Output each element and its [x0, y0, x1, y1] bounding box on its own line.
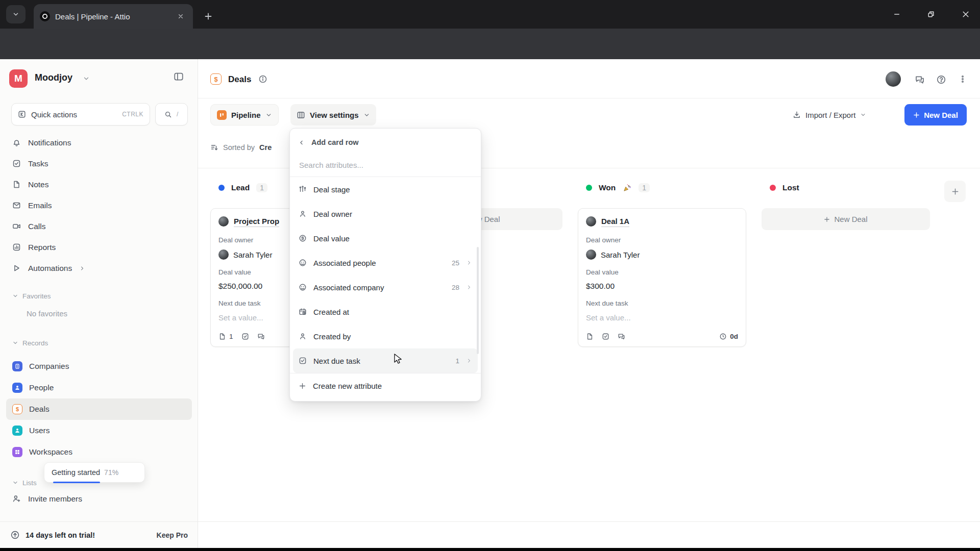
- chevron-down-icon: [12, 480, 18, 486]
- collapse-sidebar-icon[interactable]: [174, 71, 184, 82]
- search-attributes-input[interactable]: Search attributes...: [293, 153, 478, 177]
- user-avatar[interactable]: [886, 71, 901, 87]
- menu-item-next-due-task[interactable]: Next due task 1: [293, 348, 478, 373]
- sidebar-item-workspaces[interactable]: Workspaces: [6, 441, 192, 463]
- chevron-left-icon: [298, 139, 305, 146]
- comment-icon[interactable]: [618, 333, 625, 340]
- owner-avatar: [586, 249, 596, 260]
- workspace-chevron-icon[interactable]: [83, 75, 90, 82]
- deal-value[interactable]: $300.00: [586, 282, 738, 291]
- invite-members-button[interactable]: Invite members: [0, 488, 198, 509]
- lists-header[interactable]: Lists: [0, 477, 49, 489]
- workspace-logo[interactable]: M: [9, 69, 28, 88]
- tab-title: Deals | Pipeline - Attio: [55, 12, 175, 21]
- menu-item-created-at[interactable]: Created at: [293, 299, 478, 324]
- window-minimize-button[interactable]: [889, 7, 904, 21]
- records-list: Companies People $ Deals Users: [0, 356, 198, 463]
- chevron-right-icon: [466, 284, 472, 290]
- column-header-lead[interactable]: Lead 1: [218, 181, 267, 195]
- browser-tab[interactable]: Deals | Pipeline - Attio: [34, 4, 193, 29]
- sidebar-item-people[interactable]: People: [6, 377, 192, 398]
- mail-icon: [12, 201, 21, 210]
- task-check-icon[interactable]: [241, 333, 249, 340]
- owner-name[interactable]: Sarah Tyler: [601, 251, 640, 259]
- sidebar-item-reports[interactable]: Reports: [0, 237, 198, 258]
- keep-pro-button[interactable]: Keep Pro: [157, 531, 188, 539]
- sidebar-item-companies[interactable]: Companies: [6, 356, 192, 377]
- deal-title-link[interactable]: Deal 1A: [601, 216, 629, 227]
- trial-label: 14 days left on trial!: [26, 531, 151, 539]
- getting-started-progress-bar: [53, 482, 100, 483]
- won-status-dot: [586, 185, 592, 191]
- workspace-name[interactable]: Moodjoy: [35, 72, 72, 83]
- people-icon: [12, 383, 22, 393]
- chevron-down-icon: [12, 340, 18, 346]
- sidebar-item-notifications[interactable]: Notifications: [0, 132, 198, 153]
- note-icon[interactable]: [218, 333, 226, 340]
- view-switcher-pipeline[interactable]: Pipeline: [210, 104, 279, 126]
- lead-count-badge: 1: [256, 183, 267, 192]
- tab-close-icon[interactable]: [175, 10, 187, 22]
- column-header-won[interactable]: Won 1: [586, 181, 650, 195]
- favorites-header[interactable]: Favorites: [0, 290, 63, 302]
- add-column-button[interactable]: [944, 181, 966, 202]
- bell-icon: [12, 138, 21, 147]
- menu-scrollbar[interactable]: [477, 247, 479, 354]
- sort-control[interactable]: Sorted by Cre: [210, 143, 272, 152]
- new-tab-button[interactable]: [200, 8, 216, 24]
- clock-icon: [719, 333, 727, 340]
- sidebar-item-emails[interactable]: Emails: [0, 195, 198, 216]
- help-icon[interactable]: [936, 74, 946, 85]
- deal-card-1a[interactable]: Deal 1A Deal owner Sarah Tyler Deal valu…: [578, 208, 746, 347]
- task-check-icon[interactable]: [602, 333, 609, 340]
- menu-item-deal-value[interactable]: Deal value: [293, 226, 478, 251]
- favorites-empty-label: No favorites: [0, 309, 80, 318]
- menu-item-associated-company[interactable]: Associated company 28: [293, 275, 478, 299]
- sidebar-item-automations[interactable]: Automations: [0, 258, 198, 279]
- note-icon[interactable]: [586, 333, 594, 340]
- plus-icon: [913, 112, 920, 118]
- menu-item-associated-people[interactable]: Associated people 25: [293, 251, 478, 275]
- lost-status-dot: [770, 185, 776, 191]
- view-settings-button[interactable]: View settings: [290, 104, 376, 126]
- bar-chart-icon: [12, 243, 21, 252]
- deal-title-link[interactable]: Project Prop: [234, 216, 279, 227]
- person-icon: [299, 210, 307, 218]
- chat-icon[interactable]: [915, 74, 925, 85]
- sidebar-item-deals[interactable]: $ Deals: [6, 398, 192, 420]
- sidebar-item-calls[interactable]: Calls: [0, 216, 198, 237]
- new-deal-button[interactable]: New Deal: [904, 104, 967, 126]
- import-export-button[interactable]: Import / Export: [793, 104, 866, 126]
- sidebar-item-users[interactable]: Users: [6, 420, 192, 441]
- person-plus-icon: [12, 494, 21, 503]
- comment-icon[interactable]: [257, 333, 265, 340]
- more-options-icon[interactable]: [959, 75, 967, 83]
- owner-name[interactable]: Sarah Tyler: [233, 251, 272, 259]
- set-value-placeholder[interactable]: Set a value...: [586, 313, 738, 322]
- quick-actions-button[interactable]: Quick actions CTRLK: [11, 103, 150, 126]
- window-restore-button[interactable]: [923, 7, 939, 21]
- board-footer: + Add calculation + Add calculation + Ad…: [198, 521, 980, 548]
- menu-back-row[interactable]: Add card row: [293, 132, 478, 153]
- sidebar-item-tasks[interactable]: Tasks: [0, 153, 198, 174]
- tab-search-button[interactable]: [6, 5, 26, 23]
- column-header-lost[interactable]: Lost: [770, 181, 799, 195]
- window-close-button[interactable]: [958, 7, 973, 21]
- records-header[interactable]: Records: [0, 337, 60, 349]
- menu-item-create-new-attribute[interactable]: Create new attribute: [293, 373, 478, 398]
- new-deal-ghost-button[interactable]: New Deal: [762, 208, 930, 230]
- chevron-down-icon: [265, 112, 272, 118]
- menu-item-deal-owner[interactable]: Deal owner: [293, 202, 478, 226]
- note-count: 1: [229, 333, 233, 340]
- info-icon[interactable]: [258, 74, 267, 84]
- sidebar-nav: Notifications Tasks Notes Emails Calls: [0, 132, 198, 279]
- associated-people-icon: [299, 259, 307, 267]
- getting-started-tooltip[interactable]: Getting started 71%: [44, 462, 145, 483]
- menu-item-created-by[interactable]: Created by: [293, 324, 478, 348]
- check-square-icon: [12, 159, 21, 168]
- search-button[interactable]: /: [155, 103, 188, 126]
- sidebar-item-notes[interactable]: Notes: [0, 174, 198, 195]
- browser-toolbar: app.attio.com/moodjoycorp/deals/view/cc4…: [0, 29, 980, 59]
- menu-item-deal-stage[interactable]: Deal stage: [293, 177, 478, 202]
- video-camera-icon: [12, 222, 21, 231]
